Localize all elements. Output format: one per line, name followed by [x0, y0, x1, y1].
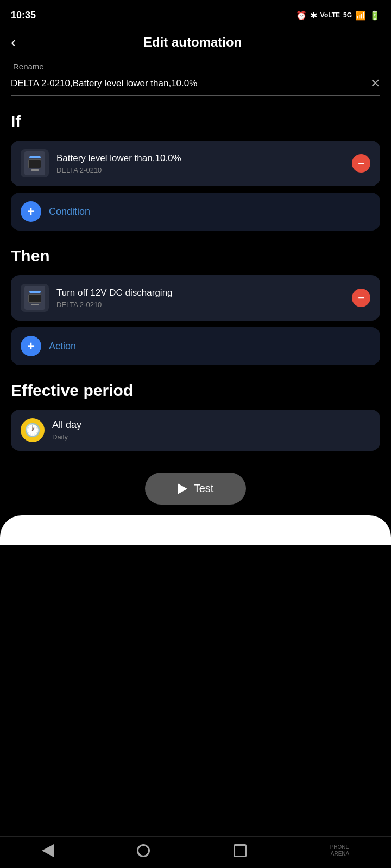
action-sub-text: DELTA 2-0210	[56, 301, 344, 309]
add-condition-card[interactable]: + Condition	[11, 193, 380, 231]
bluetooth-icon: ✱	[310, 10, 317, 21]
condition-device-icon	[21, 149, 49, 177]
if-section-heading: If	[11, 112, 380, 131]
alarm-icon: ⏰	[296, 10, 307, 21]
effective-period-heading: Effective period	[11, 381, 380, 400]
rename-input[interactable]	[11, 78, 366, 89]
rename-field-wrapper: ✕	[11, 76, 380, 96]
device-image	[24, 151, 45, 175]
action-device-icon	[21, 284, 49, 312]
action-card: Turn off 12V DC discharging DELTA 2-0210…	[11, 275, 380, 321]
volte-icon: VoLTE	[320, 11, 340, 19]
condition-main-text: Battery level lower than,10.0%	[56, 153, 344, 164]
status-bar: 10:35 ⏰ ✱ VoLTE 5G 📶 🔋	[0, 0, 391, 28]
back-button[interactable]: ‹	[11, 34, 16, 51]
add-action-label: Action	[49, 341, 76, 352]
action-text: Turn off 12V DC discharging DELTA 2-0210	[56, 288, 344, 309]
remove-condition-button[interactable]: −	[352, 154, 370, 173]
action-device-image	[24, 286, 45, 310]
test-button[interactable]: Test	[145, 473, 247, 505]
add-action-card[interactable]: + Action	[11, 327, 380, 365]
status-time: 10:35	[11, 10, 36, 21]
header: ‹ Edit automation	[0, 28, 391, 62]
recent-nav-button[interactable]	[234, 844, 247, 857]
play-icon	[178, 483, 187, 494]
effective-period-card[interactable]: 🕐 All day Daily	[11, 410, 380, 451]
battery-icon: 🔋	[369, 10, 380, 21]
action-device-bar	[29, 291, 41, 293]
test-button-wrapper: Test	[11, 473, 380, 505]
clear-input-button[interactable]: ✕	[370, 76, 380, 91]
test-button-label: Test	[194, 482, 214, 495]
status-icons: ⏰ ✱ VoLTE 5G 📶 🔋	[296, 10, 380, 21]
page-title: Edit automation	[27, 35, 358, 50]
watermark: PHONEARENA	[330, 844, 350, 857]
device-bar	[29, 156, 41, 158]
add-condition-label: Condition	[49, 206, 90, 218]
5g-icon: 5G	[343, 11, 352, 19]
bottom-nav: PHONEARENA	[0, 836, 391, 868]
back-nav-button[interactable]	[42, 844, 54, 857]
then-section-heading: Then	[11, 247, 380, 265]
signal-icon: 📶	[355, 10, 366, 21]
home-nav-button[interactable]	[137, 844, 150, 857]
remove-action-button[interactable]: −	[352, 289, 370, 307]
device-port	[31, 169, 39, 171]
content-area: Rename ✕ If Battery level lower than,10.…	[0, 62, 391, 545]
add-condition-icon: +	[21, 201, 41, 222]
clock-icon: 🕐	[21, 418, 45, 442]
device-screen	[28, 159, 41, 168]
save-bar[interactable]	[0, 515, 391, 545]
condition-text: Battery level lower than,10.0% DELTA 2-0…	[56, 153, 344, 174]
action-device-port	[31, 304, 39, 305]
rename-label: Rename	[11, 62, 380, 71]
condition-sub-text: DELTA 2-0210	[56, 166, 344, 174]
period-text: All day Daily	[52, 419, 370, 441]
period-main-text: All day	[52, 419, 370, 431]
action-device-screen	[28, 294, 41, 303]
period-sub-text: Daily	[52, 433, 370, 441]
add-action-icon: +	[21, 336, 41, 356]
action-main-text: Turn off 12V DC discharging	[56, 288, 344, 298]
condition-card: Battery level lower than,10.0% DELTA 2-0…	[11, 141, 380, 186]
